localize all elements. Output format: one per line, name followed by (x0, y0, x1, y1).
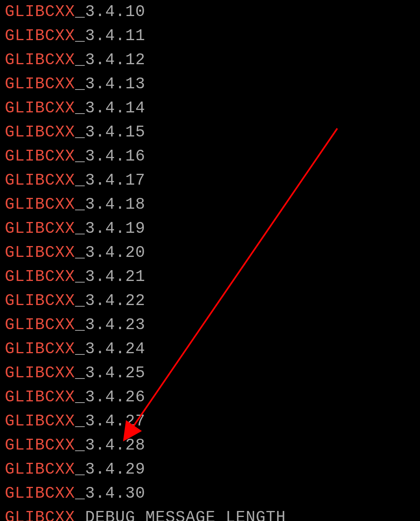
symbol-prefix: GLIBCXX (5, 460, 75, 478)
terminal-line: GLIBCXX_3.4.10 (5, 0, 415, 24)
symbol-suffix: _3.4.24 (75, 340, 145, 358)
symbol-suffix: _3.4.23 (75, 316, 145, 334)
symbol-prefix: GLIBCXX (5, 171, 75, 189)
terminal-line: GLIBCXX_3.4.16 (5, 144, 415, 169)
symbol-prefix: GLIBCXX (5, 99, 75, 117)
symbol-prefix: GLIBCXX (5, 244, 75, 262)
symbol-suffix: _3.4.15 (75, 123, 145, 141)
terminal-line: GLIBCXX_3.4.20 (5, 241, 415, 265)
terminal-line: GLIBCXX_3.4.26 (5, 385, 415, 409)
symbol-prefix: GLIBCXX (5, 484, 75, 503)
symbol-suffix: _3.4.26 (75, 388, 145, 406)
symbol-suffix: _3.4.11 (75, 27, 145, 45)
terminal-line: GLIBCXX_3.4.29 (5, 458, 415, 482)
symbol-prefix: GLIBCXX (5, 268, 75, 286)
terminal-line: GLIBCXX_3.4.27 (5, 409, 415, 433)
terminal-line: GLIBCXX_3.4.28 (5, 433, 415, 458)
terminal-line: GLIBCXX_3.4.21 (5, 265, 415, 289)
symbol-suffix: _3.4.20 (75, 244, 145, 262)
terminal-line: GLIBCXX_3.4.13 (5, 72, 415, 96)
symbol-prefix: GLIBCXX (5, 51, 75, 69)
terminal-line: GLIBCXX_3.4.22 (5, 289, 415, 313)
symbol-suffix: _3.4.18 (75, 195, 145, 214)
symbol-prefix: GLIBCXX (5, 27, 75, 45)
symbol-prefix: GLIBCXX (5, 147, 75, 165)
symbol-prefix: GLIBCXX (5, 75, 75, 93)
symbol-prefix: GLIBCXX (5, 364, 75, 382)
symbol-suffix: _3.4.25 (75, 364, 145, 382)
symbol-suffix: _3.4.13 (75, 75, 145, 93)
symbol-prefix: GLIBCXX (5, 412, 75, 430)
terminal-line: GLIBCXX_3.4.30 (5, 482, 415, 506)
terminal-line: GLIBCXX_3.4.18 (5, 193, 415, 217)
symbol-suffix: _3.4.16 (75, 147, 145, 165)
symbol-suffix: _3.4.30 (75, 484, 145, 503)
symbol-prefix: GLIBCXX (5, 292, 75, 310)
symbol-prefix: GLIBCXX (5, 3, 75, 21)
symbol-prefix: GLIBCXX (5, 340, 75, 358)
symbol-suffix: _3.4.21 (75, 268, 145, 286)
symbol-suffix: _3.4.27 (75, 412, 145, 430)
terminal-line: GLIBCXX_DEBUG_MESSAGE_LENGTH (5, 506, 415, 521)
terminal-line: GLIBCXX_3.4.14 (5, 96, 415, 120)
terminal-line: GLIBCXX_3.4.24 (5, 337, 415, 361)
symbol-prefix: GLIBCXX (5, 436, 75, 454)
symbol-suffix: _3.4.28 (75, 436, 145, 454)
symbol-suffix: _3.4.19 (75, 220, 145, 238)
symbol-suffix: _3.4.17 (75, 171, 145, 189)
terminal-line: GLIBCXX_3.4.19 (5, 217, 415, 241)
symbol-prefix: GLIBCXX (5, 316, 75, 334)
symbol-suffix: _3.4.14 (75, 99, 145, 117)
symbol-suffix: _DEBUG_MESSAGE_LENGTH (75, 509, 286, 521)
terminal-line: GLIBCXX_3.4.11 (5, 24, 415, 48)
terminal-output: GLIBCXX_3.4.10GLIBCXX_3.4.11GLIBCXX_3.4.… (5, 0, 415, 521)
symbol-prefix: GLIBCXX (5, 220, 75, 238)
terminal-line: GLIBCXX_3.4.25 (5, 361, 415, 385)
symbol-suffix: _3.4.12 (75, 51, 145, 69)
symbol-prefix: GLIBCXX (5, 123, 75, 141)
symbol-prefix: GLIBCXX (5, 388, 75, 406)
terminal-line: GLIBCXX_3.4.17 (5, 169, 415, 193)
symbol-suffix: _3.4.22 (75, 292, 145, 310)
terminal-line: GLIBCXX_3.4.12 (5, 48, 415, 72)
terminal-line: GLIBCXX_3.4.15 (5, 120, 415, 144)
symbol-prefix: GLIBCXX (5, 195, 75, 214)
symbol-suffix: _3.4.10 (75, 3, 145, 21)
terminal-line: GLIBCXX_3.4.23 (5, 313, 415, 337)
symbol-suffix: _3.4.29 (75, 460, 145, 478)
symbol-prefix: GLIBCXX (5, 509, 75, 521)
